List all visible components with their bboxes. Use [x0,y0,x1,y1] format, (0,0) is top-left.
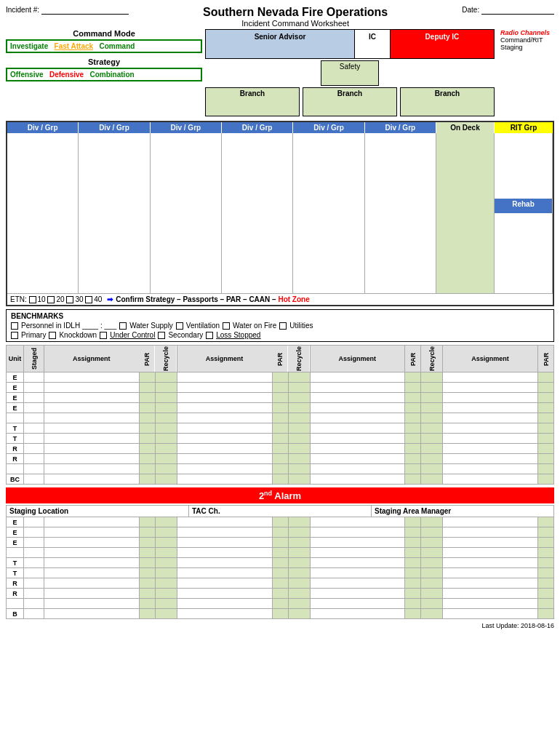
on-deck-header: On Deck [436,122,495,133]
div-col-3[interactable] [151,133,222,293]
table-row: R [7,578,554,589]
bench-personnel: Personnel in IDLH ____ : ___ [11,322,116,330]
unit-label-t2: T [7,434,24,444]
page-title: Southern Nevada Fire Operations Incident… [129,6,462,28]
table-row: T [7,434,554,444]
ic-cell[interactable]: IC [355,30,391,59]
assignment-table-2nd: E E [6,517,554,619]
div-grp-col-1: Div / Grp [7,122,79,133]
branch-1[interactable]: Branch [205,87,300,116]
th-assign-3: Assignment [310,346,405,372]
table-row: R [7,589,554,599]
radio-channels-title: Radio Channels [500,29,560,36]
table-row: T [7,558,554,568]
table-row: E [7,372,554,383]
safety-box[interactable]: Safety [321,60,379,86]
bench-loss-stopped: Loss Stopped [206,331,260,339]
strategy-box[interactable]: Offensive Defensive Combination [6,68,202,81]
div-grp-col-4: Div / Grp [222,122,293,133]
table-row: R [7,444,554,454]
th-recycle-3: Recycle [421,346,443,372]
unit-label-r1: R [7,444,24,454]
table-row: R [7,454,554,464]
rehab-box: Rehab [495,199,552,213]
th-staged: Staged [24,346,44,372]
staging-manager-label: Staging Area Manager [372,506,553,517]
investigate-box[interactable]: Investigate Fast Attack Command [6,39,202,53]
combination-label: Combination [90,71,135,79]
th-recycle-2: Recycle [288,346,310,372]
th-assign-2: Assignment [177,346,272,372]
th-par-2: PAR [272,346,288,372]
investigate-label: Investigate [10,42,48,50]
cb-40[interactable] [85,296,92,303]
bench-water-fire: Water on Fire [223,322,276,330]
on-deck-col[interactable] [436,133,495,293]
unit-2nd-b: B [7,609,24,619]
table-row: T [7,568,554,578]
unit-label-t1: T [7,423,24,434]
etn-row: ETN: 10 20 30 40 ➡ Confirm Strategy – Pa… [7,293,553,305]
unit-2nd-e3: E [7,538,24,548]
benchmark-row-2: Primary Knockdown Under Control Secondar… [11,331,549,339]
unit-2nd-t1: T [7,558,24,568]
alarm-2nd-banner: 2nd Alarm [6,487,554,503]
branch-3[interactable]: Branch [400,87,495,116]
etn-arrow: ➡ [107,295,113,303]
incident-number: Incident #: [6,6,129,15]
table-row: E [7,403,554,413]
branch-row: Branch Branch Branch [205,87,495,116]
table-row: E [7,538,554,548]
senior-advisor-cell[interactable]: Senior Advisor [206,30,355,59]
staging-tac-label: TAC Ch. [189,506,372,517]
table-row-spacer [7,548,554,558]
unit-2nd-r2: R [7,589,24,599]
div-col-2[interactable] [79,133,150,293]
table-row-spacer [7,464,554,474]
unit-label-r2: R [7,454,24,464]
fast-attack-label: Fast Attack [55,42,94,50]
last-update: Last Update: 2018-08-16 [6,622,554,629]
div-col-5[interactable] [293,133,364,293]
rit-grp-header: RIT Grp [495,122,553,133]
branch-2[interactable]: Branch [303,87,397,116]
th-par-1: PAR [139,346,155,372]
cb-10[interactable] [29,296,36,303]
div-col-4[interactable] [222,133,293,293]
div-grp-body: Rehab [7,133,553,293]
unit-label-bc: BC [7,474,24,485]
benchmarks-title: BENCHMARKS [11,312,549,320]
table-row: E [7,517,554,527]
staging-location-label: Staging Location [7,506,189,517]
rit-col[interactable]: Rehab [495,133,553,293]
cb-30[interactable] [66,296,73,303]
div-col-6[interactable] [365,133,436,293]
unit-2nd-r1: R [7,578,24,589]
div-grp-section: Div / Grp Div / Grp Div / Grp Div / Grp … [6,121,554,306]
th-recycle-1: Recycle [155,346,177,372]
bench-secondary: Secondary [158,331,203,339]
unit-label-e2: E [7,383,24,393]
assignment-table-1st: Unit Staged Assignment PAR Recycle Assig… [6,345,554,485]
table-row: E [7,393,554,403]
unit-label-e4: E [7,403,24,413]
th-unit: Unit [7,346,24,372]
unit-2nd-e1: E [7,517,24,527]
div-col-1[interactable] [7,133,79,293]
bench-primary: Primary [11,331,46,339]
table-row: B [7,609,554,619]
table-row-spacer [7,599,554,609]
bench-knockdown: Knockdown [49,331,97,339]
unit-2nd-e2: E [7,527,24,538]
div-grp-header: Div / Grp Div / Grp Div / Grp Div / Grp … [7,122,553,133]
benchmarks-section: BENCHMARKS Personnel in IDLH ____ : ___ … [6,309,554,342]
unit-2nd-t2: T [7,568,24,578]
cb-20[interactable] [47,296,55,303]
confirm-text: Confirm Strategy – Passports – PAR – CAA… [116,295,310,303]
deputy-ic-cell[interactable]: Deputy IC [390,30,494,59]
benchmark-row-1: Personnel in IDLH ____ : ___ Water Suppl… [11,322,549,330]
date-field: Date: [462,6,554,15]
table-row: E [7,383,554,393]
div-grp-col-3: Div / Grp [151,122,222,133]
th-assign-4: Assignment [443,346,538,372]
